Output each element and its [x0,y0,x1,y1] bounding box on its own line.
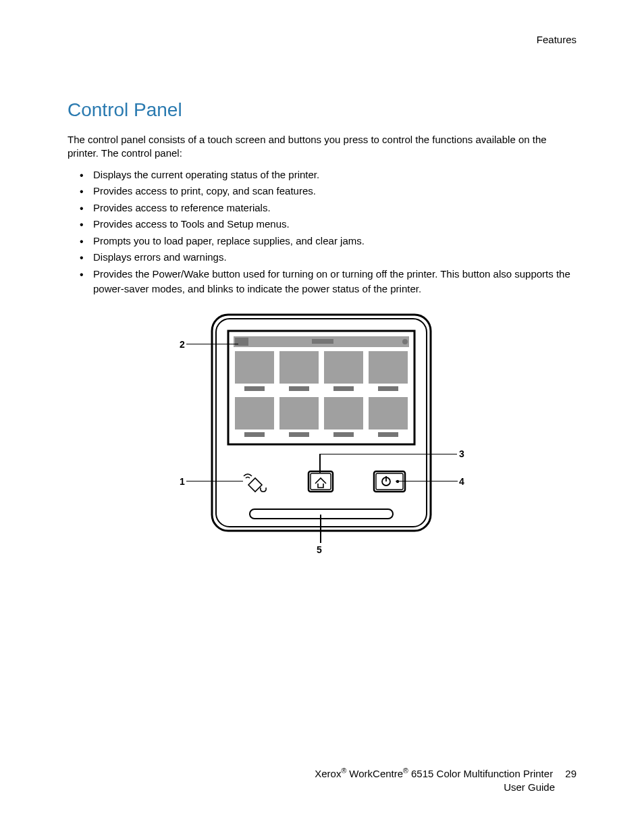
page-footer: Xerox® WorkCentre® 6515 Color Multifunct… [315,766,576,793]
svg-rect-19 [324,397,363,429]
callout-5: 5 [317,544,322,555]
section-heading: Control Panel [68,99,576,121]
svg-point-6 [402,339,408,344]
svg-rect-9 [279,351,319,384]
svg-rect-12 [333,386,354,391]
svg-rect-5 [312,339,333,344]
callout-1: 1 [180,476,185,487]
list-item: Prompts you to load paper, replace suppl… [80,234,576,249]
list-item: Displays errors and warnings. [80,250,576,265]
list-item: Provides access to Tools and Setup menus… [80,217,576,232]
intro-paragraph: The control panel consists of a touch sc… [68,133,576,161]
bullet-list: Displays the current operating status of… [68,167,576,297]
svg-rect-7 [235,351,274,384]
svg-rect-17 [279,397,319,429]
svg-rect-30 [250,509,393,519]
svg-rect-8 [244,386,265,391]
svg-rect-20 [333,432,354,437]
callout-2: 2 [180,339,185,350]
svg-rect-13 [369,351,408,384]
home-button-icon [308,471,333,492]
list-item: Displays the current operating status of… [80,167,576,183]
list-item: Provides the Power/Wake button used for … [80,267,576,297]
footer-text: Xerox® WorkCentre® 6515 Color Multifunct… [315,768,556,779]
callout-3: 3 [459,448,464,459]
callout-4: 4 [459,476,464,487]
running-header: Features [68,34,576,45]
control-panel-figure: 1 2 3 4 5 [197,311,447,536]
svg-rect-15 [235,397,274,429]
page-number: 29 [565,767,576,781]
svg-rect-22 [378,432,398,437]
svg-rect-16 [244,432,265,437]
footer-subtitle: User Guide [315,781,576,794]
svg-rect-10 [289,386,309,391]
svg-rect-21 [369,397,408,429]
list-item: Provides access to print, copy, and scan… [80,184,576,199]
svg-rect-14 [378,386,398,391]
svg-rect-18 [289,432,309,437]
list-item: Provides access to reference materials. [80,201,576,216]
svg-rect-11 [324,351,363,384]
